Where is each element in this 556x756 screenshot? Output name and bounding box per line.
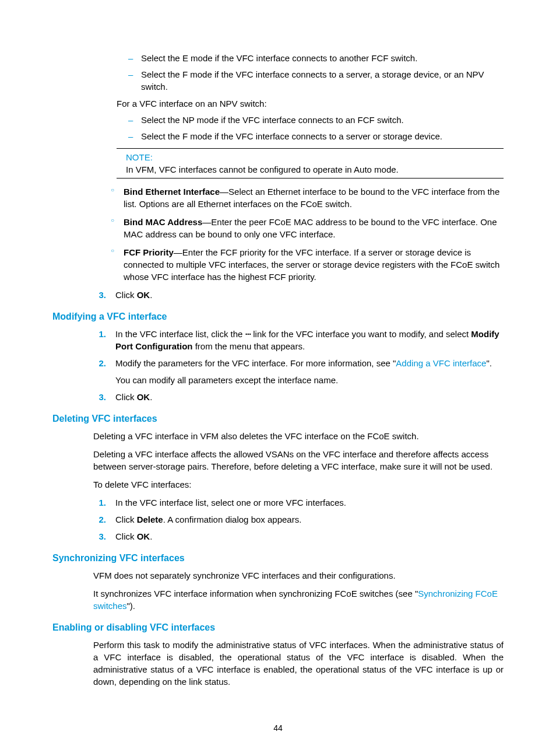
- fcf-mode-list: Select the E mode if the VFC interface c…: [128, 52, 504, 93]
- option-desc: —Enter the FCF priority for the VFC inte…: [124, 247, 499, 282]
- step-item: 1. In the VFC interface list, click the …: [90, 328, 504, 352]
- note-body: In VFM, VFC interfaces cannot be configu…: [126, 164, 504, 174]
- text: Select the F mode if the VFC interface c…: [141, 131, 442, 141]
- text: ").: [127, 601, 136, 611]
- heading-sync: Synchronizing VFC interfaces: [52, 553, 504, 564]
- text: Select the F mode if the VFC interface c…: [141, 69, 484, 91]
- step-item: 3. Click OK.: [90, 289, 504, 301]
- step-number: 3.: [90, 530, 106, 542]
- text: In the VFC interface list, select one or…: [115, 498, 346, 508]
- note-title: NOTE:: [126, 152, 504, 162]
- step-number: 3.: [90, 289, 106, 301]
- page-container: Select the E mode if the VFC interface c…: [0, 0, 556, 756]
- paragraph: Perform this task to modify the administ…: [93, 639, 504, 688]
- list-item: FCF Priority—Enter the FCF priority for …: [111, 246, 504, 283]
- text: Click: [115, 531, 137, 541]
- button-name: OK: [137, 531, 150, 541]
- text: . A confirmation dialog box appears.: [163, 514, 302, 524]
- text: .: [150, 531, 152, 541]
- delete-body: Deleting a VFC interface in VFM also del…: [93, 430, 504, 491]
- text: from the menu that appears.: [192, 341, 305, 351]
- option-name: Bind Ethernet Interface: [124, 187, 220, 197]
- step-number: 1.: [90, 496, 106, 509]
- more-icon: ···: [245, 329, 251, 339]
- heading-delete: Deleting VFC interfaces: [52, 414, 504, 424]
- paragraph: Deleting a VFC interface in VFM also del…: [93, 430, 504, 442]
- mode-list-block: Select the E mode if the VFC interface c…: [128, 52, 504, 142]
- note-box: NOTE: In VFM, VFC interfaces cannot be c…: [117, 148, 504, 178]
- text: Select the E mode if the VFC interface c…: [141, 53, 417, 63]
- step-number: 1.: [90, 328, 106, 340]
- list-item: Select the F mode if the VFC interface c…: [128, 69, 504, 93]
- text: .: [150, 392, 152, 402]
- link-adding-vfc[interactable]: Adding a VFC interface: [396, 358, 486, 368]
- text: .: [150, 290, 152, 300]
- step-number: 2.: [90, 513, 106, 526]
- note-wrapper: NOTE: In VFM, VFC interfaces cannot be c…: [117, 148, 504, 178]
- paragraph: It synchronizes VFC interface informatio…: [93, 587, 504, 612]
- step-item: 3. Click OK.: [90, 391, 504, 403]
- paragraph: VFM does not separately synchronize VFC …: [93, 569, 504, 582]
- text: Click: [115, 392, 137, 402]
- text: Click: [115, 514, 137, 524]
- npv-intro: For a VFC interface on an NPV switch:: [117, 97, 504, 110]
- option-name: FCF Priority: [124, 247, 174, 257]
- text: It synchronizes VFC interface informatio…: [93, 589, 418, 598]
- list-item: Bind MAC Address—Enter the peer FCoE MAC…: [111, 216, 504, 240]
- enable-body: Perform this task to modify the administ…: [93, 639, 504, 688]
- sync-body: VFM does not separately synchronize VFC …: [93, 569, 504, 612]
- modify-steps: 1. In the VFC interface list, click the …: [90, 328, 504, 403]
- step-number: 2.: [90, 357, 106, 369]
- button-name: OK: [137, 392, 150, 402]
- step-number: 3.: [90, 391, 106, 403]
- step-item: 3. Click OK.: [90, 530, 504, 542]
- page-number: 44: [0, 723, 556, 733]
- heading-enable: Enabling or disabling VFC interfaces: [52, 622, 504, 633]
- delete-steps: 1. In the VFC interface list, select one…: [90, 496, 504, 542]
- list-item: Select the E mode if the VFC interface c…: [128, 52, 504, 64]
- step-item: 2. Modify the parameters for the VFC int…: [90, 357, 504, 386]
- text: Click: [115, 290, 137, 300]
- circ-wrapper: Bind Ethernet Interface—Select an Ethern…: [111, 186, 504, 283]
- options-list: Bind Ethernet Interface—Select an Ethern…: [111, 186, 504, 283]
- trailing-steps: 3. Click OK.: [90, 289, 504, 301]
- step-item: 1. In the VFC interface list, select one…: [90, 496, 504, 509]
- npv-mode-list: Select the NP mode if the VFC interface …: [128, 114, 504, 143]
- text: ".: [486, 358, 492, 368]
- text: link for the VFC interface you want to m…: [251, 329, 471, 339]
- text: Modify the parameters for the VFC interf…: [115, 358, 396, 368]
- extra-note: You can modify all parameters except the…: [115, 374, 504, 386]
- text: In the VFC interface list, click the: [115, 329, 245, 339]
- list-item: Select the F mode if the VFC interface c…: [128, 131, 504, 142]
- option-name: Bind MAC Address: [124, 217, 202, 227]
- heading-modify: Modifying a VFC interface: [52, 312, 504, 322]
- paragraph: To delete VFC interfaces:: [93, 478, 504, 491]
- step-item: 2. Click Delete. A confirmation dialog b…: [90, 513, 504, 526]
- paragraph: Deleting a VFC interface affects the all…: [93, 448, 504, 473]
- list-item: Bind Ethernet Interface—Select an Ethern…: [111, 186, 504, 210]
- button-name: Delete: [137, 514, 163, 524]
- list-item: Select the NP mode if the VFC interface …: [128, 114, 504, 126]
- button-name: OK: [137, 290, 150, 300]
- text: Select the NP mode if the VFC interface …: [141, 115, 404, 125]
